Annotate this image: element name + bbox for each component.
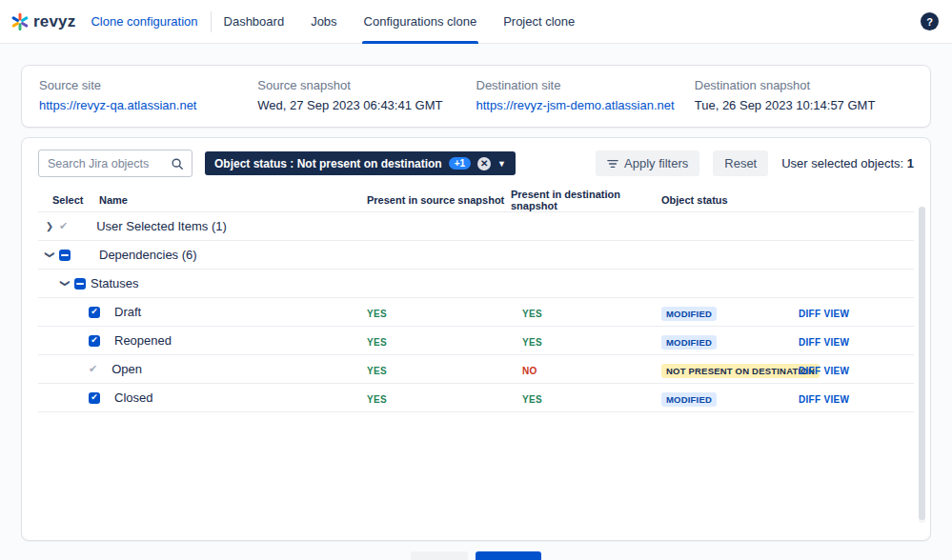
back-button[interactable]: ‹ Back [411,551,469,560]
table-body: ❯ ✔ User Selected Items (1) ❯ Dependenci… [38,212,914,439]
brand[interactable]: revyz [10,11,75,32]
diff-view-link[interactable]: DIFF VIEW [799,366,849,376]
filter-chip-clear-icon[interactable]: ✕ [477,157,491,170]
review-button[interactable]: Review [476,551,541,560]
group-checkbox[interactable] [74,278,86,290]
destination-snapshot-field: Destination snapshot Tue, 26 Sep 2023 10… [695,78,913,112]
scrollbar-thumb[interactable] [919,207,925,520]
group-checkbox[interactable]: ✔ [59,221,68,231]
group-row-user-selected-items[interactable]: ❯ ✔ User Selected Items (1) [38,212,914,241]
group-row-statuses[interactable]: ❯ Statuses [38,270,914,298]
nav-clone-configuration-link[interactable]: Clone configuration [91,14,197,29]
group-name: User Selected Items (1) [96,219,227,233]
present-in-source-value: YES [367,394,387,405]
row-name: Draft [114,305,141,319]
source-site-field: Source site https://revyz-qa.atlassian.n… [39,78,257,112]
table-header-row: Select Name Present in source snapshot P… [38,188,914,212]
apply-filters-label: Apply filters [624,156,688,170]
table-row-open[interactable]: ✔ Open YES NO NOT PRESENT ON DESTINATION… [38,355,914,384]
group-checkbox[interactable] [59,250,71,261]
diff-view-link[interactable]: DIFF VIEW [799,337,849,348]
search-input[interactable] [48,157,171,170]
present-in-destination-value: YES [522,337,542,348]
object-status-badge: MODIFIED [661,335,717,350]
footer-actions: ‹ Back Review [21,551,931,560]
row-checkbox[interactable]: ✔ [89,392,100,404]
search-box[interactable] [38,150,192,177]
chevron-right-icon[interactable]: ❯ [45,221,54,231]
source-snapshot-label: Source snapshot [257,78,476,92]
present-in-source-value: YES [367,366,387,376]
present-in-destination-value: NO [522,366,537,376]
object-status-filter-chip[interactable]: Object status : Not present on destinati… [205,151,516,175]
present-in-source-value: YES [367,309,387,319]
help-icon[interactable]: ? [921,12,939,30]
objects-toolbar: Object status : Not present on destinati… [38,138,914,188]
filter-icon [607,158,618,170]
selected-objects-label: User selected objects: [781,156,903,170]
diff-view-link[interactable]: DIFF VIEW [799,394,849,405]
filter-chip-label: Object status : Not present on destinati… [214,157,442,170]
row-name: Reopened [114,333,172,348]
group-name: Statuses [91,276,139,290]
nav-item-project-clone[interactable]: Project clone [503,0,575,44]
vertical-scrollbar[interactable] [919,207,925,523]
nav-item-jobs[interactable]: Jobs [311,0,336,44]
source-site-label: Source site [39,78,257,92]
destination-site-field: Destination site https://revyz-jsm-demo.… [476,78,695,112]
header-select: Select [38,194,99,206]
snapshot-info-card: Source site https://revyz-qa.atlassian.n… [21,65,931,128]
nav-divider [211,11,212,32]
reset-button[interactable]: Reset [713,150,768,176]
back-label: Back [430,557,457,560]
nav-item-configurations-clone[interactable]: Configurations clone [364,0,477,44]
present-in-destination-value: YES [522,394,542,405]
table-row-reopened[interactable]: ✔ Reopened YES YES MODIFIED DIFF VIEW [38,327,914,355]
selected-objects-value: 1 [907,156,914,170]
table-row-closed[interactable]: ✔ Closed YES YES MODIFIED DIFF VIEW [38,384,914,412]
source-snapshot-value: Wed, 27 Sep 2023 06:43:41 GMT [257,98,476,112]
destination-snapshot-label: Destination snapshot [695,78,913,92]
object-status-badge: MODIFIED [661,307,717,321]
header-source: Present in source snapshot [367,194,511,206]
destination-site-link[interactable]: https://revyz-jsm-demo.atlassian.net [476,98,695,112]
header-object-status: Object status [661,194,791,206]
revyz-logo-icon [10,11,30,32]
table-row-draft[interactable]: ✔ Draft YES YES MODIFIED DIFF VIEW [38,298,914,327]
chevron-down-icon[interactable]: ❯ [60,279,71,289]
brand-name: revyz [33,12,75,31]
row-checkbox[interactable]: ✔ [89,364,97,374]
row-checkbox[interactable]: ✔ [89,307,100,318]
filter-chip-chevron-down-icon[interactable]: ▼ [497,159,506,169]
nav-item-dashboard[interactable]: Dashboard [224,0,285,44]
header-name: Name [99,194,367,206]
nav-items: Dashboard Jobs Configurations clone Proj… [224,0,576,44]
present-in-destination-value: YES [522,309,542,319]
top-navbar: revyz Clone configuration Dashboard Jobs… [0,0,952,44]
source-site-link[interactable]: https://revyz-qa.atlassian.net [39,98,257,112]
reset-label: Reset [724,156,757,170]
search-icon [171,157,184,170]
filter-chip-extra-count-badge: +1 [449,157,471,170]
chevron-down-icon[interactable]: ❯ [45,250,55,260]
destination-snapshot-value: Tue, 26 Sep 2023 10:14:57 GMT [695,98,913,112]
group-name: Dependencies (6) [99,248,197,262]
objects-card: Object status : Not present on destinati… [21,137,931,541]
header-destination: Present in destination snapshot [511,189,661,211]
apply-filters-button[interactable]: Apply filters [596,150,699,176]
present-in-source-value: YES [367,337,387,348]
destination-site-label: Destination site [476,78,695,92]
review-label: Review [488,557,529,560]
source-snapshot-field: Source snapshot Wed, 27 Sep 2023 06:43:4… [257,78,476,112]
diff-view-link[interactable]: DIFF VIEW [799,309,849,319]
row-checkbox[interactable]: ✔ [89,335,100,347]
row-name: Closed [114,390,152,405]
page-content: Source site https://revyz-qa.atlassian.n… [0,44,952,560]
row-name: Open [111,362,142,376]
group-row-dependencies[interactable]: ❯ Dependencies (6) [38,241,914,270]
user-selected-objects-count: User selected objects: 1 [781,156,914,170]
object-status-badge: MODIFIED [661,392,717,407]
toolbar-right: Apply filters Reset User selected object… [596,150,914,176]
